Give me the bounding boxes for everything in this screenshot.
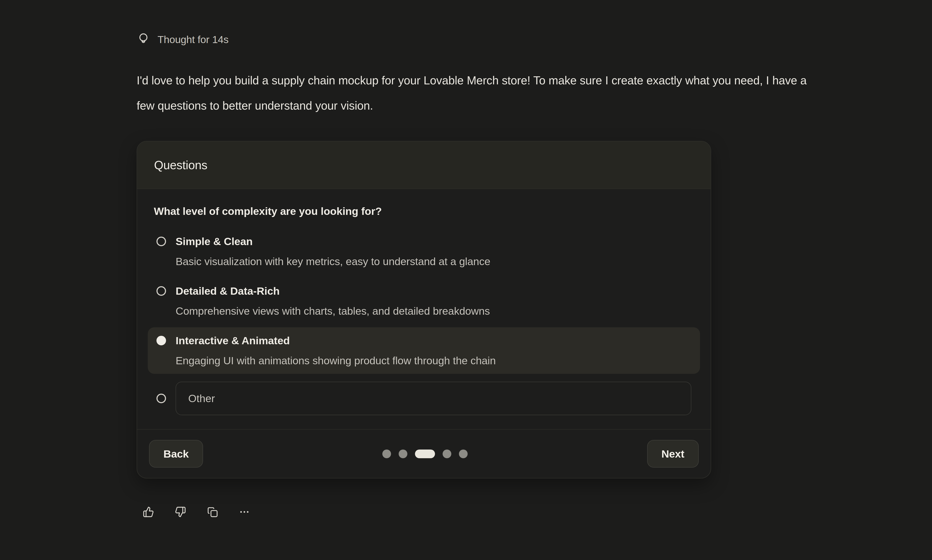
option-description: Engaging UI with animations showing prod… [176, 354, 496, 367]
thought-label: Thought for 14s [157, 34, 228, 45]
progress-dot [382, 449, 391, 458]
questions-card-footer: Back Next [137, 429, 711, 478]
next-button[interactable]: Next [647, 440, 699, 468]
radio-unselected-icon[interactable] [156, 237, 166, 246]
lightbulb-icon [137, 32, 150, 46]
option-label: Simple & Clean [176, 235, 490, 248]
thought-summary[interactable]: Thought for 14s [137, 32, 228, 46]
option-interactive-animated[interactable]: Interactive & Animated Engaging UI with … [148, 327, 700, 374]
radio-unselected-icon[interactable] [156, 286, 166, 296]
questions-card-header: Questions [137, 142, 711, 189]
chat-message-area: Thought for 14s I'd love to help you bui… [0, 0, 932, 518]
progress-dot [399, 449, 407, 458]
radio-unselected-icon[interactable] [156, 394, 166, 403]
more-options-icon[interactable] [239, 506, 250, 518]
progress-dots [382, 449, 468, 458]
progress-dot-active [415, 449, 435, 458]
option-description: Basic visualization with key metrics, ea… [176, 255, 490, 268]
option-label: Detailed & Data-Rich [176, 284, 490, 298]
thumbs-up-icon[interactable] [143, 506, 154, 518]
questions-card: Questions What level of complexity are y… [137, 141, 711, 478]
radio-selected-icon[interactable] [156, 336, 166, 345]
message-actions [143, 506, 932, 518]
progress-dot [443, 449, 451, 458]
other-option-input[interactable] [176, 382, 691, 415]
card-title: Questions [154, 158, 207, 172]
option-detailed-data-rich[interactable]: Detailed & Data-Rich Comprehensive views… [148, 278, 700, 324]
options-list: Simple & Clean Basic visualization with … [148, 228, 700, 415]
question-text: What level of complexity are you looking… [154, 205, 694, 217]
option-label: Interactive & Animated [176, 334, 496, 347]
option-other [148, 382, 700, 415]
option-simple-clean[interactable]: Simple & Clean Basic visualization with … [148, 228, 700, 275]
thumbs-down-icon[interactable] [175, 506, 186, 518]
back-button[interactable]: Back [149, 440, 203, 468]
copy-icon[interactable] [207, 506, 218, 518]
assistant-message: I'd love to help you build a supply chai… [137, 68, 826, 118]
progress-dot [459, 449, 468, 458]
questions-card-body: What level of complexity are you looking… [137, 189, 711, 429]
option-description: Comprehensive views with charts, tables,… [176, 304, 490, 318]
